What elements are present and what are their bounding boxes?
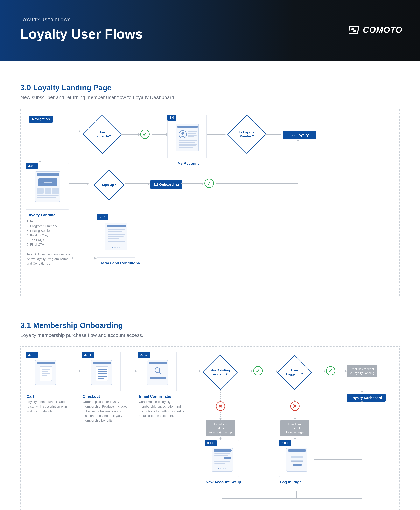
node-my-account: 2.0	[167, 114, 207, 158]
section-subtitle-3-0: New subscriber and returning member user…	[20, 95, 400, 100]
section-title-3-1: 3.1 Membership Onboarding	[20, 321, 400, 330]
node-terms: 3.0.1	[97, 214, 135, 258]
check-icon: ✓	[204, 179, 214, 188]
desc-cart: Loyalty membership is added to cart with…	[27, 400, 70, 414]
label-terms: Terms and Conditions	[100, 261, 140, 266]
svg-line-3	[159, 372, 161, 373]
label-loyalty-landing: Loyalty Landing	[27, 213, 56, 217]
node-new-account: 3.1.3	[205, 440, 239, 477]
label-checkout: Checkout	[83, 394, 100, 399]
page-title: Loyalty User Flows	[20, 26, 400, 42]
brand-logo: COMOTO	[349, 25, 403, 35]
node-loyalty-landing: 3.0.0	[26, 163, 69, 210]
comoto-logo-icon	[349, 25, 359, 34]
decision-has-account: Has Existing Account?	[203, 355, 238, 390]
label-email: Email Confirmation	[139, 394, 173, 399]
cross-icon: ✕	[216, 402, 225, 411]
desc-email: Confirmation of loyalty membership subsc…	[139, 400, 186, 418]
label-new-account: New Account Setup	[206, 480, 241, 484]
section-subtitle-3-1: Loyalty membership purchase flow and acc…	[20, 332, 400, 338]
node-onboarding-chip: 3.1 Onboarding	[150, 181, 182, 189]
desc-checkout: Order is placed for loyalty membership. …	[83, 400, 129, 423]
brand-name: COMOTO	[363, 25, 403, 35]
label-my-account: My Account	[178, 161, 199, 166]
list-loyalty-landing: 1. Intro 2. Program Summary 3. Pricing S…	[27, 219, 70, 247]
decision-sign-up: Sign Up?	[93, 169, 124, 200]
node-checkout: 3.1.1	[82, 352, 120, 391]
decision-user-logged-in: User Logged In?	[83, 115, 122, 154]
note-loyalty-landing: Top FAQs section contains link "View Loy…	[27, 252, 70, 266]
flowchart-3-0: Navigation User Logged In? ✓ 2.0	[20, 109, 400, 296]
decision-user-logged-in-2: User Logged In?	[277, 355, 312, 390]
cross-icon: ✕	[290, 402, 300, 411]
check-icon: ✓	[140, 129, 150, 139]
check-icon: ✓	[326, 366, 335, 375]
section-title-3-0: 3.0 Loyalty Landing Page	[20, 83, 400, 92]
label-login: Log In Page	[280, 480, 301, 484]
node-navigation: Navigation	[29, 115, 53, 122]
avatar-icon	[179, 130, 187, 138]
label-cart: Cart	[27, 394, 34, 399]
check-icon: ✓	[253, 366, 263, 375]
node-login-page: 2.0.1	[279, 440, 313, 477]
svg-point-1	[181, 132, 184, 135]
breadcrumb: LOYALTY USER FLOWS	[20, 17, 400, 22]
flowchart-3-1: 3.1.0 Cart Loyalty membership is added t…	[20, 346, 400, 510]
node-loyalty-chip: 3.2 Loyalty	[283, 131, 316, 139]
node-email-confirmation: 3.1.2	[138, 352, 177, 391]
node-cart: 3.1.0	[26, 352, 64, 391]
decision-is-loyalty-member: Is Loyalty Member?	[227, 115, 266, 154]
node-loyalty-dashboard: Loyalty Dashboard	[347, 394, 386, 402]
search-icon	[154, 367, 162, 374]
page-header: LOYALTY USER FLOWS Loyalty User Flows CO…	[0, 0, 420, 61]
note-redirect-landing: Email link redirect to Loyalty Landing	[347, 365, 377, 377]
